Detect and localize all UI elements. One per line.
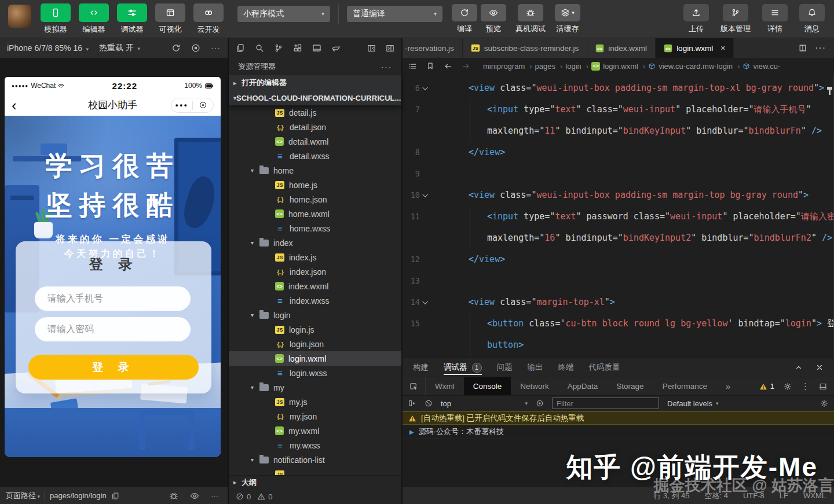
breadcrumb-item-view.cu-[interactable]: ›view.cu- [733, 62, 780, 71]
tree-file-index.json[interactable]: {..}index.json [229, 264, 401, 279]
tree-folder-login[interactable]: ▾login [229, 308, 401, 322]
editor-tab-login.wxml[interactable]: <>login.wxml× [656, 38, 734, 58]
page-path-select[interactable]: 页面路径 ▾ [6, 491, 40, 501]
line-number[interactable] [403, 334, 420, 356]
kebab-menu-icon[interactable]: ⋮ [801, 381, 810, 392]
code-editor[interactable]: 6<view class="weui-input-box padding-sm … [403, 74, 834, 358]
tab-code-quality[interactable]: 代码质量 [589, 358, 620, 377]
tree-file-home.json[interactable]: {..}home.json [229, 192, 401, 207]
tree-file-detail.js[interactable]: JSdetail.js [229, 105, 401, 120]
window-preview-icon[interactable] [312, 43, 321, 53]
tree-file-home.wxml[interactable]: <>home.wxml [229, 207, 401, 221]
tree-file-detail.wxss[interactable]: ≡detail.wxss [229, 149, 401, 163]
user-avatar[interactable] [8, 5, 31, 28]
bookmark-icon[interactable] [426, 62, 434, 70]
collapse-sidebar-icon[interactable] [367, 44, 376, 53]
eye-icon[interactable] [190, 491, 199, 501]
devtools-tab-storage[interactable]: Storage [607, 377, 653, 395]
tree-file-index.js[interactable]: JSindex.js [229, 250, 401, 264]
line-number[interactable]: 6 [403, 78, 420, 99]
fold-chevron-icon[interactable] [420, 292, 431, 313]
tree-folder-index[interactable]: ▾index [229, 236, 401, 250]
tree-file-index.wxss[interactable]: ≡index.wxss [229, 293, 401, 308]
tab-terminal[interactable]: 终端 [558, 358, 574, 377]
tree-file-login.wxss[interactable]: ≡login.wxss [229, 366, 401, 380]
line-number[interactable] [403, 120, 420, 142]
tree-file-clipped[interactable]: JS [229, 467, 401, 475]
tree-folder-home[interactable]: ▾home [229, 163, 401, 178]
line-number[interactable]: 12 [403, 249, 420, 270]
tree-file-detail.wxml[interactable]: <>detail.wxml [229, 134, 401, 149]
phone-number-input[interactable]: 请输入手机号 [35, 286, 191, 311]
warning-counter[interactable]: 1 [759, 382, 774, 391]
git-branch-icon[interactable] [274, 43, 283, 53]
version-control-button[interactable]: 版本管理 [720, 4, 751, 34]
log-levels-select[interactable]: Default levels▾ [667, 399, 719, 408]
back-button[interactable]: ‹ [12, 100, 17, 111]
device-select[interactable]: iPhone 6/7/8 85% 16 ▾ [7, 43, 89, 53]
preview-button[interactable]: 预览 [481, 4, 506, 34]
gear-icon[interactable] [784, 382, 792, 391]
restart-icon[interactable] [171, 43, 181, 53]
console-warning-row[interactable]: [自动热重载] 已开启代码文件保存后自动热重载 [403, 411, 834, 425]
line-number[interactable]: 11 [403, 206, 420, 227]
more-menu-button[interactable]: ●●● [171, 102, 192, 108]
bug-icon[interactable] [169, 491, 178, 501]
open-editors-section[interactable]: ▸ 打开的编辑器 [229, 75, 401, 90]
explorer-icon[interactable] [236, 43, 245, 53]
messages-button[interactable]: 消息 [799, 4, 825, 34]
devtools-tab-console[interactable]: Console [464, 377, 511, 395]
compile-button[interactable]: 编译 [452, 4, 477, 34]
tree-file-my.json[interactable]: {..}my.json [229, 409, 401, 424]
tree-file-login.json[interactable]: {..}login.json [229, 337, 401, 351]
stop-icon[interactable] [191, 43, 200, 53]
sidebar-play-icon[interactable] [408, 399, 416, 407]
collapse-panel-icon[interactable] [386, 44, 394, 53]
console-filter-input[interactable] [552, 398, 659, 409]
live-expression-icon[interactable] [536, 399, 544, 407]
line-number[interactable]: 7 [403, 99, 420, 120]
console-log-row[interactable]: ▶ 源码-公众号：木番薯科技 [403, 425, 834, 439]
devtools-tab-overflow[interactable]: » [716, 377, 740, 395]
breadcrumb-item-miniprogram[interactable]: miniprogram [483, 62, 525, 71]
more-icon[interactable]: ··· [211, 491, 218, 501]
back-arrow-icon[interactable] [444, 62, 452, 71]
editor-tab-subscribe-class-reminder.js[interactable]: JSsubscribe-class-reminder.js [463, 38, 588, 58]
inspect-element-button[interactable] [403, 377, 426, 395]
line-number[interactable]: 9 [403, 163, 420, 185]
split-editor-icon[interactable] [799, 44, 807, 52]
line-number[interactable]: 15 [403, 313, 420, 334]
mode-select[interactable]: 小程序模式 ▾ [237, 6, 330, 22]
line-number[interactable] [403, 227, 420, 249]
close-icon[interactable]: × [720, 43, 725, 53]
line-number[interactable]: 10 [403, 185, 420, 206]
editor-tab--reservation.js[interactable]: -reservation.js [403, 38, 463, 58]
docker-whale-icon[interactable] [331, 43, 341, 53]
remote-debug-button[interactable]: 真机调试 [515, 4, 546, 34]
password-input[interactable]: 请输入密码 [35, 317, 191, 341]
editor-tab-index.wxml[interactable]: <>index.wxml [587, 38, 656, 58]
clear-cache-button[interactable]: ▾ 清缓存 [555, 4, 580, 34]
tab-build[interactable]: 构建 [413, 358, 429, 377]
copy-icon[interactable] [111, 492, 119, 500]
tree-file-login.wxml[interactable]: <>login.wxml [229, 351, 401, 366]
problems-summary[interactable]: 0 0 [229, 489, 401, 504]
details-button[interactable]: 详情 [762, 4, 788, 34]
tree-file-detail.json[interactable]: {..}detail.json [229, 120, 401, 134]
breadcrumb-item-view.cu-card.mw-login[interactable]: ›view.cu-card.mw-login [638, 62, 733, 71]
devtools-tab-performance[interactable]: Performance [653, 377, 716, 395]
more-icon[interactable]: ··· [211, 43, 221, 53]
explorer-more-button[interactable]: ··· [381, 62, 392, 71]
chevron-up-icon[interactable] [795, 363, 803, 371]
line-number[interactable]: 14 [403, 292, 420, 313]
expand-arrow-icon[interactable]: ▶ [409, 429, 414, 435]
line-number[interactable]: 8 [403, 142, 420, 163]
upload-button[interactable]: 上传 [683, 4, 709, 34]
tab-debugger[interactable]: 调试器1 [444, 358, 482, 377]
tree-file-home.wxss[interactable]: ≡home.wxss [229, 221, 401, 236]
cloud-dev-button[interactable]: 云开发 [192, 3, 225, 35]
compile-mode-select[interactable]: 普通编译 ▾ [347, 6, 442, 22]
fold-chevron-icon[interactable] [420, 78, 431, 99]
extensions-icon[interactable] [293, 43, 302, 53]
tree-folder-my[interactable]: ▾my [229, 380, 401, 395]
